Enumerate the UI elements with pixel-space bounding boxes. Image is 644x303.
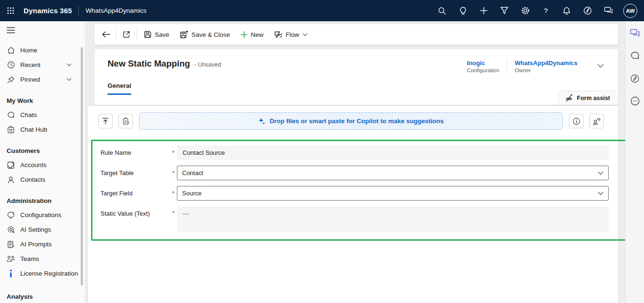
sidebar-item-pinned[interactable]: Pinned <box>0 72 85 87</box>
target-table-label: Target Table <box>100 169 172 177</box>
target-table-dropdown[interactable]: Contact <box>177 166 609 180</box>
sidebar-item-teams[interactable]: Teams <box>0 252 85 266</box>
contacts-icon <box>7 176 15 184</box>
chevron-down-icon[interactable] <box>67 78 72 81</box>
field-row-static-value: Static Value (Text) * --- <box>88 206 609 232</box>
filter-icon <box>500 7 509 15</box>
form-assist-button[interactable]: Form assist <box>558 92 617 105</box>
form-title-row: New Static Mapping - Unsaved <box>108 59 221 69</box>
rail-conversations-button[interactable] <box>629 27 641 39</box>
header-expand-chevron[interactable] <box>597 61 604 70</box>
rule-name-input[interactable]: Contact Source <box>177 145 609 160</box>
recent-clock-icon <box>7 61 15 69</box>
sidebar-item-label: AI Settings <box>20 226 51 233</box>
user-avatar[interactable]: AW <box>623 4 637 18</box>
help-icon: ? <box>542 7 550 15</box>
topbar-actions: ? AW <box>435 3 644 18</box>
sidebar-item-home[interactable]: Home <box>0 43 85 58</box>
chevron-down-icon[interactable] <box>67 63 72 67</box>
settings-button[interactable] <box>518 3 533 18</box>
info-button[interactable] <box>569 114 584 128</box>
copilot-icon <box>630 74 640 84</box>
target-field-dropdown[interactable]: Source <box>177 186 609 201</box>
save-button[interactable]: Save <box>139 27 175 42</box>
rail-copilot-button[interactable] <box>629 72 641 84</box>
dynamics-365-title[interactable]: Dynamics 365 <box>24 7 72 15</box>
header-field-configuration[interactable]: Inogic Configuration <box>460 59 507 73</box>
sidebar-item-configurations[interactable]: Configurations <box>0 208 85 222</box>
flow-label: Flow <box>286 31 300 38</box>
search-button[interactable] <box>435 3 450 18</box>
sidebar-item-recent[interactable]: Recent <box>0 58 85 72</box>
form-assist-eye-off-icon <box>565 94 573 102</box>
copilot-dropzone[interactable]: Drop files or smart paste for Copilot to… <box>139 112 563 130</box>
top-navigation-bar: Dynamics 365 WhatsApp4Dynamics <box>0 0 644 21</box>
feedback-button[interactable] <box>601 3 616 18</box>
sidebar-item-chats[interactable]: Chats <box>0 108 85 122</box>
info-icon <box>573 118 580 125</box>
owner-label: Owner <box>515 67 577 73</box>
header-field-owner[interactable]: WhatsApp4Dynamics Owner <box>507 59 585 73</box>
svg-text:?: ? <box>544 7 548 15</box>
tab-general[interactable]: General <box>108 82 131 95</box>
open-in-new-window-button[interactable] <box>118 27 134 42</box>
save-label: Save <box>155 31 169 38</box>
required-asterisk: * <box>172 150 177 156</box>
teams-icon <box>7 255 15 263</box>
lightbulb-icon <box>459 7 467 15</box>
field-row-rule-name: Rule Name * Contact Source <box>88 145 609 160</box>
command-bar: Save Save & Close New Flow <box>94 24 618 45</box>
upload-file-button[interactable] <box>98 114 113 128</box>
form-body: Drop files or smart paste for Copilot to… <box>88 106 618 303</box>
target-field-value: Source <box>182 190 201 197</box>
accounts-icon <box>7 161 15 169</box>
chat-bubble-icon <box>630 51 640 60</box>
configuration-label: Configuration <box>467 67 499 73</box>
sidebar-item-label: Chats <box>20 111 37 118</box>
sidebar-item-ai-settings[interactable]: AI Settings <box>0 222 85 237</box>
notifications-button[interactable] <box>559 3 574 18</box>
chevron-down-icon <box>598 171 603 175</box>
page-title: New Static Mapping <box>108 59 190 69</box>
flow-button[interactable]: Flow <box>269 27 313 42</box>
smart-paste-button[interactable] <box>118 114 133 128</box>
save-and-close-button[interactable]: Save & Close <box>175 27 235 42</box>
help-button[interactable]: ? <box>538 3 553 18</box>
current-app-name[interactable]: WhatsApp4Dynamics <box>85 7 146 14</box>
copilot-button[interactable] <box>580 3 595 18</box>
configuration-value-link[interactable]: Inogic <box>467 59 499 67</box>
sidebar-scrollbar[interactable] <box>81 47 83 286</box>
save-and-close-label: Save & Close <box>192 31 230 38</box>
rail-comments-button[interactable] <box>629 95 641 107</box>
owner-value-link[interactable]: WhatsApp4Dynamics <box>515 59 577 67</box>
right-side-rail <box>625 21 644 303</box>
sidebar-item-label: Pinned <box>20 76 40 83</box>
sidebar-item-chat-hub[interactable]: Chat Hub <box>0 122 85 137</box>
plus-icon <box>480 7 488 15</box>
sidebar-item-ai-prompts[interactable]: AI Prompts <box>0 237 85 252</box>
new-button[interactable]: New <box>235 27 269 42</box>
header-summary-fields: Inogic Configuration WhatsApp4Dynamics O… <box>460 59 585 73</box>
sidebar-item-accounts[interactable]: Accounts <box>0 158 85 172</box>
back-button[interactable] <box>98 27 114 42</box>
collapse-sidebar-button[interactable] <box>0 21 19 39</box>
chevron-down-icon <box>597 64 604 68</box>
rail-chat-button[interactable] <box>629 50 641 62</box>
suggestions-button[interactable] <box>455 3 470 18</box>
static-value-textarea[interactable]: --- <box>177 206 609 232</box>
sidebar-item-license-registration[interactable]: License Registration <box>0 266 85 281</box>
sidebar-item-label: Home <box>20 47 37 54</box>
filter-button[interactable] <box>497 3 512 18</box>
sidebar-section-administration: Administration <box>0 194 85 208</box>
quick-create-button[interactable] <box>476 3 491 18</box>
required-asterisk: * <box>172 210 177 217</box>
form-header-card: New Static Mapping - Unsaved Inogic Conf… <box>94 49 618 105</box>
topbar-divider <box>78 6 79 16</box>
bell-icon <box>562 7 571 15</box>
sidebar-section-customers: Customers <box>0 143 85 158</box>
collaborate-button[interactable] <box>589 114 604 128</box>
sidebar-item-contacts[interactable]: Contacts <box>0 172 85 187</box>
sidebar-item-label: Configurations <box>20 211 61 219</box>
copilot-banner-text: Drop files or smart paste for Copilot to… <box>269 118 443 125</box>
app-launcher-waffle-icon[interactable] <box>0 0 21 21</box>
